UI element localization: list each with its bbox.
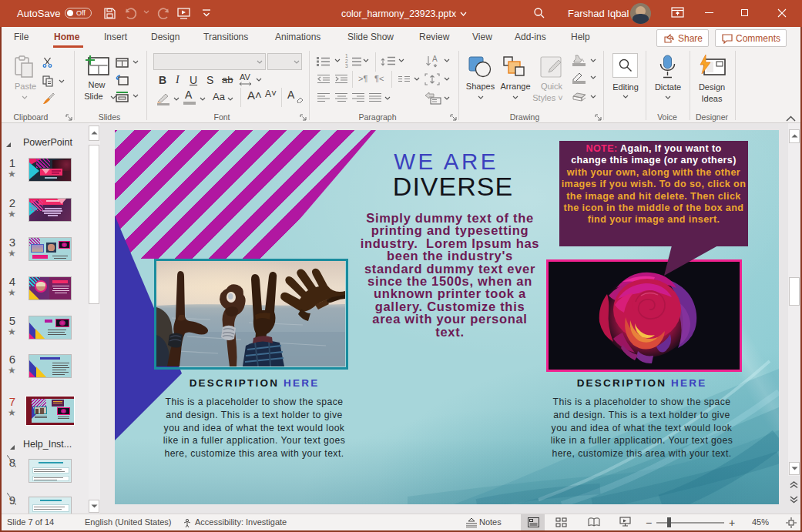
svg-text:A: A xyxy=(432,55,438,63)
